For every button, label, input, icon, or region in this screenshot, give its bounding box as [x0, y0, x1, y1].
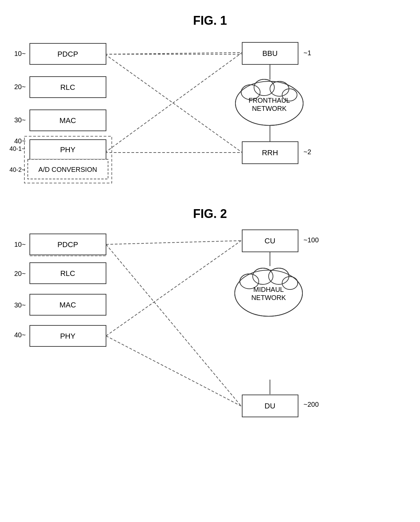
svg-point-14 — [235, 81, 303, 125]
svg-text:~1: ~1 — [303, 49, 311, 57]
svg-point-13 — [237, 83, 301, 124]
svg-text:10~: 10~ — [14, 241, 26, 248]
svg-text:A/D CONVERSION: A/D CONVERSION — [38, 166, 97, 173]
svg-rect-24 — [30, 43, 106, 64]
fig2-section: FIG. 2 PDCP RLC MAC PHY CU DU — [0, 203, 420, 508]
svg-text:RRH: RRH — [262, 148, 278, 157]
fig1-section: FIG. 1 BBU — [0, 10, 420, 203]
svg-rect-48 — [30, 294, 106, 315]
svg-point-9 — [241, 85, 260, 100]
fig1-diagram-svg: BBU FRONTHAUL NETWORK — [0, 10, 420, 203]
svg-point-65 — [282, 277, 298, 289]
svg-text:20~: 20~ — [14, 270, 26, 277]
svg-text:20~: 20~ — [14, 83, 26, 91]
svg-point-70 — [269, 268, 289, 284]
svg-point-11 — [270, 81, 289, 96]
svg-point-15 — [241, 85, 260, 100]
svg-point-66 — [236, 272, 301, 315]
fig2-title: FIG. 2 — [0, 207, 420, 221]
svg-point-17 — [270, 81, 289, 96]
svg-point-61 — [235, 270, 302, 316]
svg-point-71 — [282, 277, 298, 289]
svg-text:RLC: RLC — [60, 269, 75, 278]
svg-line-57 — [106, 244, 241, 406]
svg-point-62 — [240, 274, 259, 289]
svg-text:PHY: PHY — [60, 145, 76, 154]
svg-rect-43 — [30, 234, 106, 255]
svg-text:40-2~: 40-2~ — [9, 166, 25, 173]
svg-point-63 — [253, 268, 273, 284]
svg-text:~2: ~2 — [303, 148, 311, 156]
svg-text:10~: 10~ — [14, 50, 26, 57]
fig1-title: FIG. 1 — [0, 14, 420, 28]
svg-rect-54 — [242, 395, 298, 417]
svg-text:~100: ~100 — [303, 236, 319, 244]
svg-text:RLC: RLC — [60, 83, 75, 92]
fig2-diagram-svg: PDCP RLC MAC PHY CU DU — [0, 203, 420, 508]
svg-point-18 — [282, 89, 297, 101]
svg-text:FRONTHAUL: FRONTHAUL — [249, 97, 290, 104]
svg-line-59 — [106, 336, 241, 406]
svg-text:NETWORK: NETWORK — [252, 105, 287, 112]
svg-text:BBU: BBU — [262, 49, 277, 58]
svg-rect-46 — [30, 263, 106, 284]
svg-point-68 — [240, 274, 259, 289]
page: FIG. 1 BBU — [0, 0, 420, 522]
svg-point-16 — [254, 79, 274, 96]
svg-rect-28 — [30, 110, 106, 131]
svg-text:30~: 30~ — [14, 116, 26, 124]
svg-point-69 — [253, 268, 273, 284]
svg-rect-30 — [24, 136, 112, 183]
svg-text:30~: 30~ — [14, 301, 26, 309]
svg-point-64 — [269, 268, 289, 284]
svg-point-8 — [235, 81, 303, 125]
svg-rect-33 — [28, 159, 108, 179]
svg-line-4 — [105, 53, 242, 153]
svg-text:CU: CU — [265, 237, 275, 245]
svg-point-67 — [235, 270, 302, 316]
svg-rect-31 — [30, 140, 106, 159]
svg-text:~200: ~200 — [303, 401, 319, 408]
svg-text:MAC: MAC — [60, 301, 76, 309]
svg-rect-26 — [30, 77, 106, 98]
svg-rect-22 — [242, 142, 298, 164]
svg-text:PHY: PHY — [60, 332, 76, 340]
svg-text:PDCP: PDCP — [57, 50, 78, 58]
svg-point-10 — [254, 79, 274, 96]
svg-line-58 — [106, 241, 241, 336]
svg-text:MAC: MAC — [60, 116, 76, 125]
svg-text:PDCP: PDCP — [57, 240, 78, 249]
svg-rect-5 — [242, 42, 298, 64]
svg-rect-52 — [242, 230, 298, 252]
svg-rect-50 — [30, 325, 106, 346]
svg-text:40-1~: 40-1~ — [9, 145, 25, 152]
svg-text:40~: 40~ — [14, 331, 26, 339]
svg-text:DU: DU — [265, 402, 275, 410]
svg-point-12 — [282, 89, 297, 101]
svg-line-3 — [105, 54, 242, 153]
svg-line-56 — [106, 241, 241, 244]
svg-text:NETWORK: NETWORK — [251, 294, 286, 301]
svg-text:40~: 40~ — [14, 137, 26, 145]
svg-text:MIDHAUL: MIDHAUL — [253, 286, 284, 293]
svg-line-2 — [105, 53, 242, 54]
